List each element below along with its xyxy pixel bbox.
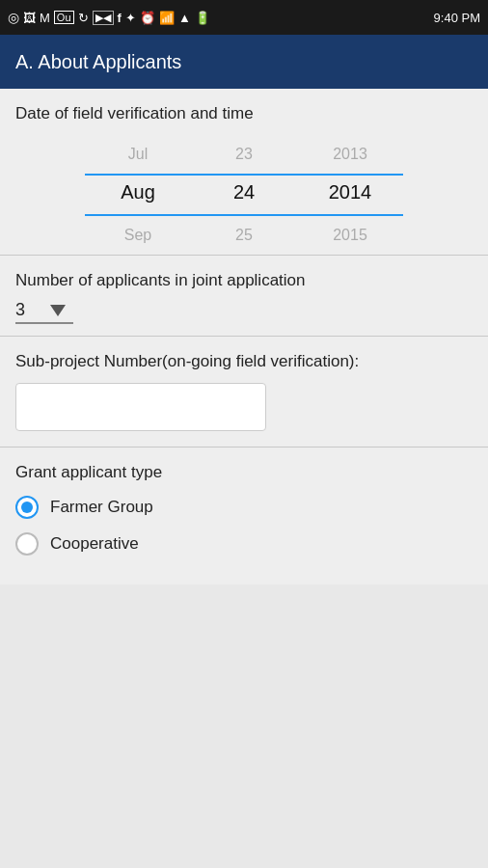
month-next[interactable]: Sep [124,216,151,255]
month-column[interactable]: Jul Aug Sep [85,135,191,255]
subproject-label: Sub-project Number(on-going field verifi… [15,352,473,371]
media-icon: ▶◀ [93,11,114,25]
refresh-icon: ↻ [78,11,89,25]
year-prev[interactable]: 2013 [333,135,367,174]
radio-farmer-group[interactable]: Farmer Group [15,496,473,519]
battery-icon: 🔋 [195,11,210,25]
page-header: A. About Applicants [0,35,488,89]
spinner-down-arrow[interactable] [50,305,66,316]
status-icons-left: ◎ 🖼 M Ou ↻ ▶◀ f ✦ ⏰ 📶 ▲ 🔋 [8,10,210,25]
radio-cooperative[interactable]: Cooperative [15,532,473,556]
date-picker[interactable]: Jul Aug Sep 23 24 25 2013 2014 2015 [15,135,473,255]
month-current[interactable]: Aug [85,174,191,216]
year-column[interactable]: 2013 2014 2015 [297,135,403,255]
facebook-icon: f [118,11,122,25]
subproject-section: Sub-project Number(on-going field verifi… [0,337,488,448]
wifi-icon: 📶 [159,11,175,25]
status-time: 9:40 PM [434,11,480,25]
applicants-value: 3 [15,300,44,320]
time-display: 9:40 PM [434,11,480,25]
day-next[interactable]: 25 [235,216,253,255]
subproject-input[interactable] [15,383,266,431]
year-current[interactable]: 2014 [297,174,403,216]
applicants-label: Number of applicants in joint applicatio… [15,271,473,290]
month-prev[interactable]: Jul [128,135,148,174]
outlook-icon: Ou [54,11,74,24]
day-prev[interactable]: 23 [235,135,253,174]
date-section: Date of field verification and time Jul … [0,89,488,256]
radio-label-cooperative: Cooperative [50,534,139,554]
day-column[interactable]: 23 24 25 [191,135,297,255]
alarm-icon: ⏰ [140,11,155,25]
radio-circle-cooperative[interactable] [15,532,39,556]
radio-circle-farmer-group[interactable] [15,496,39,519]
radio-inner-farmer-group [21,502,33,513]
signal-icon: ▲ [178,11,191,25]
page-title: A. About Applicants [15,51,181,73]
radio-label-farmer-group: Farmer Group [50,498,153,517]
grant-section: Grant applicant type Farmer Group Cooper… [0,448,488,584]
mail-icon: M [40,11,50,25]
bluetooth-icon: ✦ [125,11,136,25]
date-section-title: Date of field verification and time [15,104,473,123]
applicants-spinner[interactable]: 3 [15,300,473,324]
grant-label: Grant applicant type [15,463,473,482]
day-current[interactable]: 24 [191,174,297,216]
status-bar: ◎ 🖼 M Ou ↻ ▶◀ f ✦ ⏰ 📶 ▲ 🔋 9:40 PM [0,0,488,35]
year-next[interactable]: 2015 [333,216,367,255]
applicants-section: Number of applicants in joint applicatio… [0,256,488,337]
spinner-underline [15,322,73,324]
circle-icon: ◎ [8,10,19,25]
image-icon: 🖼 [23,11,36,25]
